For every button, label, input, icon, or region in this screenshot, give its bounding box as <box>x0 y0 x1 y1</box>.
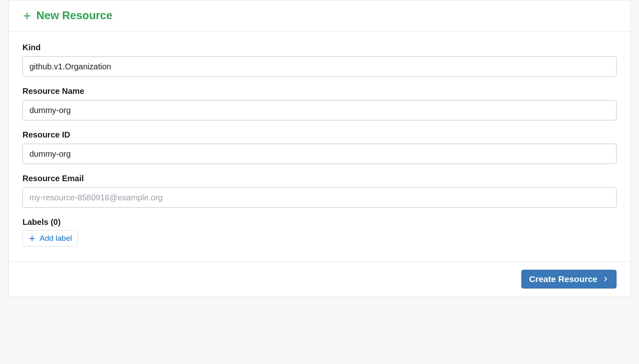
resource-name-label: Resource Name <box>22 87 617 96</box>
plus-icon <box>22 11 31 20</box>
add-label-text: Add label <box>40 234 72 243</box>
resource-name-input[interactable] <box>22 100 617 120</box>
add-label-button[interactable]: Add label <box>22 230 78 246</box>
create-resource-button[interactable]: Create Resource <box>521 270 617 289</box>
panel-header: New Resource <box>9 0 630 31</box>
create-button-text: Create Resource <box>529 274 597 284</box>
labels-group: Labels (0) Add label <box>22 218 617 246</box>
resource-email-label: Resource Email <box>22 174 617 183</box>
panel-body: Kind Resource Name Resource ID Resource … <box>9 31 630 261</box>
resource-email-group: Resource Email <box>22 174 617 208</box>
resource-email-input[interactable] <box>22 187 617 208</box>
plus-icon <box>29 235 36 242</box>
resource-id-group: Resource ID <box>22 130 617 164</box>
chevron-right-icon <box>602 276 609 282</box>
resource-id-label: Resource ID <box>22 130 617 140</box>
resource-name-group: Resource Name <box>22 87 617 120</box>
kind-input[interactable] <box>22 56 617 77</box>
resource-id-input[interactable] <box>22 144 617 164</box>
panel-title: New Resource <box>36 9 112 22</box>
labels-label: Labels (0) <box>22 218 617 227</box>
kind-label: Kind <box>22 43 617 52</box>
new-resource-panel: New Resource Kind Resource Name Resource… <box>8 0 631 297</box>
kind-group: Kind <box>22 43 617 77</box>
panel-footer: Create Resource <box>9 261 630 297</box>
